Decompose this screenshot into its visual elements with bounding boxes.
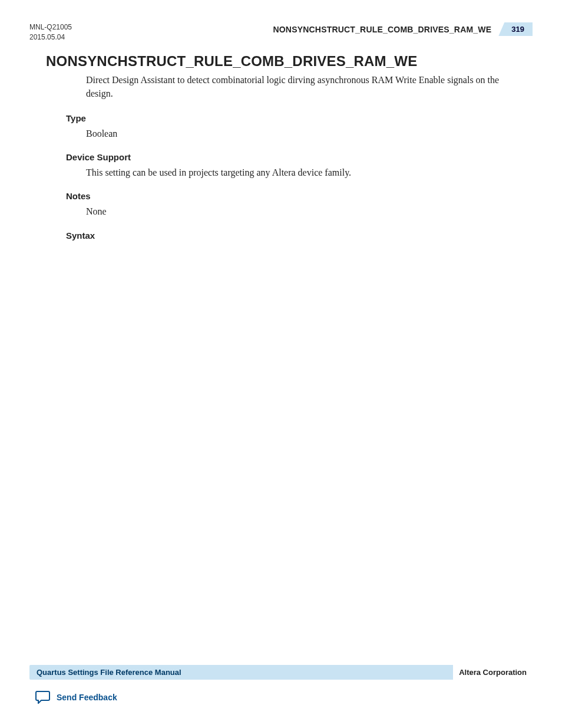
section-heading-device-support: Device Support (66, 152, 533, 162)
company-name: Altera Corporation (453, 665, 533, 680)
page-number: 319 (498, 22, 533, 36)
footer-bar: Quartus Settings File Reference Manual A… (29, 665, 533, 680)
section-syntax: Syntax (66, 230, 533, 241)
page: MNL-Q21005 2015.05.04 NONSYNCHSTRUCT_RUL… (0, 0, 562, 728)
section-body-notes: None (86, 205, 533, 218)
section-body-type: Boolean (86, 127, 533, 140)
section-heading-notes: Notes (66, 191, 533, 201)
feedback-row: Send Feedback (35, 690, 533, 704)
header-left: MNL-Q21005 2015.05.04 (29, 22, 72, 42)
section-notes: Notes None (66, 191, 533, 218)
send-feedback-link[interactable]: Send Feedback (57, 693, 117, 702)
doc-date: 2015.05.04 (29, 32, 72, 42)
page-title: NONSYNCHSTRUCT_RULE_COMB_DRIVES_RAM_WE (46, 53, 533, 70)
page-number-badge: 319 (498, 22, 533, 36)
section-heading-type: Type (66, 113, 533, 123)
page-header: MNL-Q21005 2015.05.04 NONSYNCHSTRUCT_RUL… (29, 22, 533, 42)
speech-bubble-icon (35, 690, 51, 704)
manual-title: Quartus Settings File Reference Manual (37, 668, 181, 677)
doc-id: MNL-Q21005 (29, 22, 72, 32)
intro-paragraph: Direct Design Assistant to detect combin… (86, 73, 515, 100)
running-title: NONSYNCHSTRUCT_RULE_COMB_DRIVES_RAM_WE (273, 25, 491, 34)
header-right: NONSYNCHSTRUCT_RULE_COMB_DRIVES_RAM_WE 3… (273, 22, 533, 36)
section-type: Type Boolean (66, 113, 533, 140)
section-device-support: Device Support This setting can be used … (66, 152, 533, 179)
page-footer: Quartus Settings File Reference Manual A… (29, 665, 533, 704)
section-heading-syntax: Syntax (66, 230, 533, 241)
section-body-device-support: This setting can be used in projects tar… (86, 166, 533, 179)
